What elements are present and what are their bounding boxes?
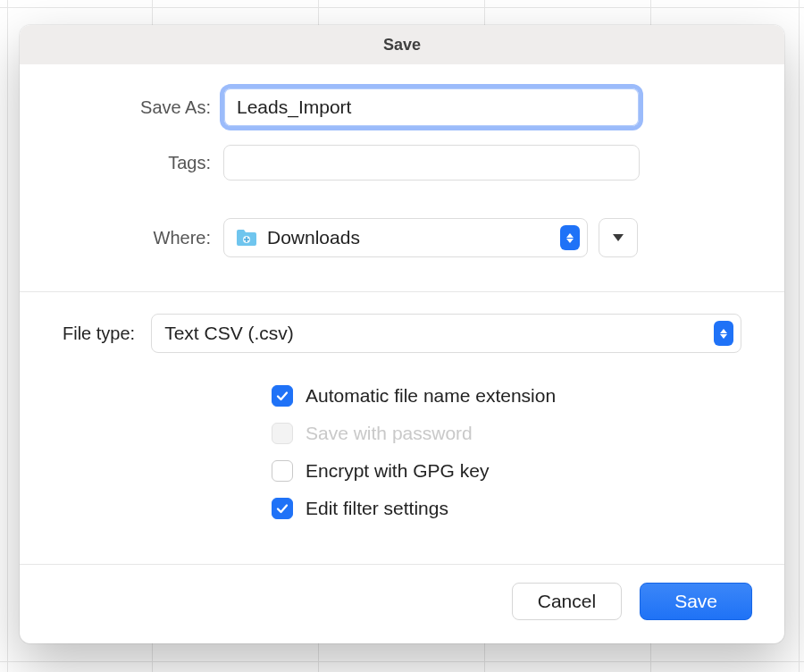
filetype-row: File type: Text CSV (.csv) <box>63 314 741 353</box>
save-fields-section: Save As: Tags: Where: Downloads <box>20 64 784 291</box>
checkbox-gpg-row: Encrypt with GPG key <box>272 460 699 482</box>
checkbox-gpg-label: Encrypt with GPG key <box>306 460 489 482</box>
dialog-title-text: Save <box>383 36 421 55</box>
updown-icon <box>560 225 580 250</box>
dialog-footer: Cancel Save <box>20 565 784 643</box>
dialog-title: Save <box>20 25 784 64</box>
tags-input[interactable] <box>223 145 640 181</box>
where-row: Where: Downloads <box>73 218 731 257</box>
checkbox-filter-row: Edit filter settings <box>272 498 699 519</box>
checkbox-filter[interactable] <box>272 498 293 519</box>
checkbox-gpg[interactable] <box>272 460 293 482</box>
checkbox-password-row: Save with password <box>272 423 699 444</box>
save-as-row: Save As: <box>73 88 731 127</box>
where-select[interactable]: Downloads <box>223 218 588 257</box>
chevron-down-icon <box>613 234 624 241</box>
tags-label: Tags: <box>73 153 223 173</box>
where-value: Downloads <box>267 227 551 248</box>
save-as-input[interactable] <box>223 88 640 127</box>
expand-button[interactable] <box>599 218 638 257</box>
save-button-label: Save <box>674 591 717 612</box>
check-icon <box>275 501 289 516</box>
check-icon <box>275 389 289 403</box>
save-as-label: Save As: <box>73 97 223 118</box>
checkbox-filter-label: Edit filter settings <box>306 498 448 519</box>
checkbox-auto-extension-row: Automatic file name extension <box>272 385 699 407</box>
save-button[interactable]: Save <box>640 583 752 620</box>
updown-icon <box>714 321 733 346</box>
checkbox-auto-extension[interactable] <box>272 385 293 407</box>
filetype-label: File type: <box>63 323 151 344</box>
filetype-value: Text CSV (.csv) <box>164 323 714 344</box>
folder-icon <box>235 228 258 248</box>
tags-row: Tags: <box>73 145 731 181</box>
where-label: Where: <box>73 228 223 248</box>
save-dialog: Save Save As: Tags: Where: Downloads <box>20 25 784 643</box>
filetype-section: File type: Text CSV (.csv) Automatic fil… <box>20 292 784 564</box>
checkbox-list: Automatic file name extension Save with … <box>63 353 741 555</box>
filetype-select[interactable]: Text CSV (.csv) <box>151 314 741 353</box>
checkbox-password <box>272 423 293 444</box>
cancel-button[interactable]: Cancel <box>512 583 622 620</box>
cancel-button-label: Cancel <box>538 591 596 612</box>
checkbox-auto-extension-label: Automatic file name extension <box>306 385 556 407</box>
checkbox-password-label: Save with password <box>306 423 473 444</box>
